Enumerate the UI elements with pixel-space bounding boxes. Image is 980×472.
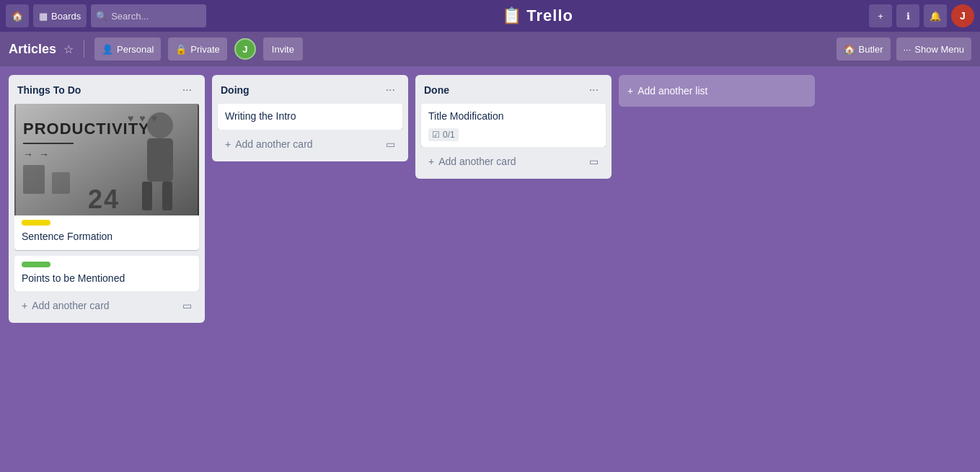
add-card-button-doing[interactable]: + Add another card ▭ xyxy=(218,133,402,156)
add-list-label: Add another list xyxy=(637,85,707,97)
bell-icon: 🔔 xyxy=(930,11,941,22)
list-header-things-to-do: Things To Do ··· xyxy=(9,75,205,104)
home-icon: 🏠 xyxy=(12,11,23,22)
card-writing-intro[interactable]: Writing the Intro ✏ xyxy=(218,104,402,130)
card-label-yellow xyxy=(22,220,50,226)
list-menu-button-things-to-do[interactable]: ··· xyxy=(178,82,196,98)
svg-text:→ →: → → xyxy=(23,148,50,160)
plus-icon-add-card: + xyxy=(22,300,27,311)
private-label: Private xyxy=(190,44,219,55)
template-icon-doing: ▭ xyxy=(386,138,395,150)
nav-right-actions: + ℹ 🔔 J xyxy=(869,4,974,27)
show-menu-dots-icon: ··· xyxy=(904,44,911,55)
trello-logo: 📋 Trello xyxy=(502,6,573,25)
private-button[interactable]: 🔒 Private xyxy=(168,37,226,61)
badge-count: 0/1 xyxy=(443,130,455,140)
plus-icon: + xyxy=(878,11,883,22)
card-title-modification[interactable]: Title Modification ☑ 0/1 ✏ xyxy=(421,104,606,147)
personal-button[interactable]: 👤 Personal xyxy=(94,37,161,61)
template-icon-done: ▭ xyxy=(589,156,599,167)
card-title-writing: Writing the Intro xyxy=(225,110,395,124)
add-card-button-things-to-do[interactable]: + Add another card ▭ xyxy=(14,294,199,317)
list-cards-things-to-do: PRODUCTIVITY → → ♥ ♥ ♥ xyxy=(9,104,205,291)
list-things-to-do: Things To Do ··· xyxy=(9,75,205,323)
add-card-label-doing: Add another card xyxy=(235,138,312,150)
list-title-doing: Doing xyxy=(221,84,250,96)
card-title-sentence-formation: Sentence Formation xyxy=(22,230,192,244)
card-points-to-be-mentioned[interactable]: Points to be Mentioned ✏ xyxy=(14,256,199,292)
svg-rect-10 xyxy=(162,182,172,210)
svg-rect-6 xyxy=(52,172,70,194)
plus-icon-add-card-doing: + xyxy=(225,138,231,150)
logo-text: Trello xyxy=(526,6,573,25)
boards-label: Boards xyxy=(51,11,81,22)
add-button[interactable]: + xyxy=(869,4,892,27)
butler-icon: 🏠 xyxy=(844,44,855,55)
board-content: Things To Do ··· xyxy=(0,66,980,472)
list-menu-button-doing[interactable]: ··· xyxy=(381,82,399,98)
productivity-image-inner: PRODUCTIVITY → → ♥ ♥ ♥ xyxy=(14,104,199,215)
list-doing: Doing ··· Writing the Intro ✏ + Add anot… xyxy=(212,75,408,161)
plus-icon-add-card-done: + xyxy=(428,156,434,167)
add-list-button[interactable]: + Add another list xyxy=(619,75,815,107)
board-title[interactable]: Articles xyxy=(9,42,56,57)
card-title-points: Points to be Mentioned xyxy=(22,272,192,286)
info-icon: ℹ xyxy=(906,11,910,22)
card-badge-checklist: ☑ 0/1 xyxy=(428,128,459,141)
logo-icon: 📋 xyxy=(502,6,522,25)
boards-button[interactable]: ▦ Boards xyxy=(33,4,87,27)
lock-icon: 🔒 xyxy=(175,44,187,55)
list-header-done: Done ··· xyxy=(415,75,612,104)
star-button[interactable]: ☆ xyxy=(63,43,74,56)
header-right-actions: 🏠 Butler ··· Show Menu xyxy=(836,37,971,61)
svg-rect-9 xyxy=(142,182,152,210)
checklist-icon: ☑ xyxy=(432,130,440,140)
boards-icon: ▦ xyxy=(39,11,48,22)
info-button[interactable]: ℹ xyxy=(896,4,919,27)
list-menu-button-done[interactable]: ··· xyxy=(585,82,603,98)
top-navigation: 🏠 ▦ Boards 🔍 📋 Trello + ℹ 🔔 J xyxy=(0,0,980,32)
svg-text:♥ ♥ ♥: ♥ ♥ ♥ xyxy=(128,112,159,124)
personal-icon: 👤 xyxy=(102,44,113,55)
personal-label: Personal xyxy=(117,44,154,55)
card-title-title-mod: Title Modification xyxy=(428,110,599,124)
add-card-label-things-to-do: Add another card xyxy=(32,300,109,311)
list-done: Done ··· Title Modification ☑ 0/1 ✏ + Ad… xyxy=(415,75,612,179)
productivity-svg: PRODUCTIVITY → → ♥ ♥ ♥ xyxy=(14,104,199,215)
card-sentence-formation[interactable]: PRODUCTIVITY → → ♥ ♥ ♥ xyxy=(14,104,199,250)
star-icon: ☆ xyxy=(63,43,74,55)
add-card-button-done[interactable]: + Add another card ▭ xyxy=(421,150,606,173)
svg-rect-5 xyxy=(23,165,45,194)
svg-rect-8 xyxy=(147,138,173,182)
list-cards-doing: Writing the Intro ✏ xyxy=(212,104,408,130)
search-wrapper: 🔍 xyxy=(91,4,206,27)
plus-icon-add-list: + xyxy=(627,85,633,97)
header-divider xyxy=(84,40,84,58)
list-cards-done: Title Modification ☑ 0/1 ✏ xyxy=(415,104,612,147)
search-icon: 🔍 xyxy=(96,11,107,22)
add-card-label-done: Add another card xyxy=(438,156,516,167)
notifications-button[interactable]: 🔔 xyxy=(924,4,947,27)
list-title-done: Done xyxy=(424,84,449,96)
search-input[interactable] xyxy=(91,4,206,27)
logo-area: 📋 Trello xyxy=(211,6,865,25)
invite-button[interactable]: Invite xyxy=(263,37,303,61)
avatar[interactable]: J xyxy=(951,4,974,27)
template-icon: ▭ xyxy=(182,300,192,311)
card-footer-title-mod: ☑ 0/1 xyxy=(428,128,599,141)
list-header-doing: Doing ··· xyxy=(212,75,408,104)
butler-label: Butler xyxy=(859,44,883,55)
member-avatar[interactable]: J xyxy=(234,38,256,60)
productivity-image: PRODUCTIVITY → → ♥ ♥ ♥ xyxy=(14,104,199,215)
board-header: Articles ☆ 👤 Personal 🔒 Private J Invite… xyxy=(0,32,980,66)
svg-text:24: 24 xyxy=(88,184,120,214)
show-menu-button[interactable]: ··· Show Menu xyxy=(896,37,972,61)
show-menu-label: Show Menu xyxy=(914,44,964,55)
home-button[interactable]: 🏠 xyxy=(6,4,29,27)
card-label-green xyxy=(22,262,50,267)
list-title-things-to-do: Things To Do xyxy=(17,84,81,96)
butler-button[interactable]: 🏠 Butler xyxy=(836,37,891,61)
